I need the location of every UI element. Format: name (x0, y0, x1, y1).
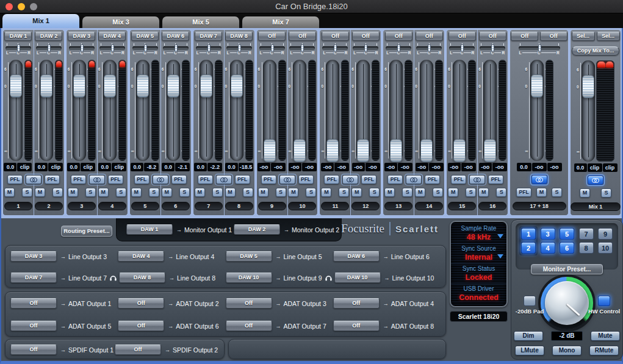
dropdown-arrow-icon[interactable] (497, 234, 503, 238)
channel-fader[interactable] (293, 139, 306, 162)
source-select-button[interactable]: DAW 5 (131, 32, 159, 41)
channel-fader[interactable] (453, 139, 466, 162)
source-select-button[interactable]: Off (352, 32, 380, 41)
routing-source-button[interactable]: DAW 7 (10, 273, 57, 283)
output-select-button-2[interactable]: 2 (521, 242, 536, 254)
solo-button[interactable]: S (179, 188, 190, 197)
dim-button[interactable]: Dim (514, 331, 543, 341)
channel-fader[interactable] (10, 74, 22, 98)
routing-source-button[interactable]: Off (118, 321, 164, 331)
pan-handle[interactable] (538, 45, 541, 52)
hw-control-button[interactable] (598, 296, 610, 306)
source-select-button[interactable]: DAW 8 (225, 32, 253, 41)
monitor-preset-button[interactable]: Monitor Preset... (531, 264, 603, 274)
left-mute-button[interactable]: LMute (515, 346, 544, 355)
pan-handle[interactable] (364, 45, 367, 52)
pfl-button[interactable]: PFL (171, 175, 187, 184)
mute-button[interactable]: M (448, 188, 458, 197)
mute-button[interactable]: M (98, 188, 109, 197)
mute-button[interactable]: M (415, 188, 425, 197)
pan-handle[interactable] (301, 45, 304, 52)
source-select-button[interactable]: Off (416, 32, 443, 41)
tab-mix-7[interactable]: Mix 7 (242, 16, 319, 28)
output-select-button-5[interactable]: 5 (560, 228, 574, 240)
pfl-button[interactable]: PFL (298, 175, 314, 184)
solo-button[interactable]: S (466, 188, 476, 197)
pad-20db-button[interactable] (524, 296, 536, 306)
channel-fader[interactable] (73, 74, 85, 98)
pan-handle[interactable] (207, 45, 211, 52)
source-select-button[interactable]: Off (385, 32, 412, 41)
mute-button[interactable]: M (4, 188, 15, 197)
pan-slider[interactable]: LCR (162, 43, 190, 58)
pfl-button[interactable]: PFL (198, 175, 213, 184)
pan-slider[interactable]: LCR (384, 43, 412, 58)
channel-fader[interactable] (264, 139, 276, 162)
solo-button[interactable]: S (402, 188, 412, 197)
source-select-button[interactable]: DAW 1 (4, 32, 32, 41)
mute-button[interactable]: M (35, 188, 45, 197)
pfl-button[interactable]: PFL (425, 175, 440, 184)
channel-fader[interactable] (531, 74, 543, 98)
solo-button[interactable]: S (369, 188, 380, 197)
routing-source-button[interactable]: Off (10, 298, 57, 309)
tab-mix-3[interactable]: Mix 3 (82, 16, 159, 28)
stereo-link-button[interactable] (26, 175, 41, 184)
routing-source-button[interactable]: Off (333, 321, 380, 331)
pfl-button[interactable]: PFL (71, 175, 86, 184)
routing-source-button[interactable]: Off (10, 344, 57, 355)
channel-fader[interactable] (582, 75, 594, 98)
solo-button[interactable]: S (52, 188, 63, 197)
pan-slider[interactable]: LCR (131, 43, 159, 58)
pan-slider[interactable]: LCR (288, 43, 316, 58)
channel-fader[interactable] (484, 139, 496, 162)
channel-fader[interactable] (200, 74, 212, 98)
source-select-button[interactable]: DAW 7 (195, 32, 222, 41)
solo-button[interactable]: S (22, 188, 32, 197)
pfl-button[interactable]: PFL (488, 175, 503, 184)
mute-button[interactable]: M (384, 188, 395, 197)
pan-handle[interactable] (334, 45, 337, 52)
channel-fader[interactable] (40, 74, 52, 98)
routing-source-button[interactable]: DAW 3 (10, 251, 57, 262)
source-select-button[interactable]: Off (258, 32, 286, 41)
output-select-button-8[interactable]: 8 (579, 242, 594, 254)
pan-handle[interactable] (81, 45, 84, 52)
dropdown-arrow-icon[interactable] (497, 254, 503, 259)
monitor-level-knob[interactable] (541, 277, 593, 329)
pfl-button[interactable]: PFL (324, 175, 339, 184)
output-select-button-4[interactable]: 4 (541, 242, 555, 254)
pan-handle[interactable] (48, 45, 51, 52)
stereo-link-button[interactable] (216, 175, 232, 184)
output-select-button-10[interactable]: 10 (598, 242, 613, 254)
output-select-button-6[interactable]: 6 (560, 242, 574, 254)
pan-slider[interactable]: LCR (517, 43, 561, 58)
routing-source-button[interactable]: Off (115, 344, 161, 355)
copy-mix-to-button[interactable]: Copy Mix To... (572, 46, 619, 55)
output-select-button-7[interactable]: 7 (579, 228, 594, 240)
mute-button[interactable]: M (258, 188, 268, 197)
channel-fader[interactable] (167, 74, 179, 98)
solo-button[interactable]: S (552, 188, 562, 197)
pan-slider[interactable]: LCR (448, 43, 476, 58)
pfl-button[interactable]: PFL (235, 175, 250, 184)
output-select-button[interactable]: Sel... (572, 32, 595, 41)
routing-source-button[interactable]: Off (333, 298, 380, 309)
solo-button[interactable]: S (243, 188, 253, 197)
pan-slider[interactable]: LCR (321, 43, 349, 58)
routing-source-button[interactable]: DAW 4 (118, 251, 164, 262)
solo-button[interactable]: S (212, 188, 223, 197)
source-select-button[interactable]: Off (448, 32, 476, 41)
pan-slider[interactable]: LCR (195, 43, 223, 58)
pfl-button[interactable]: PFL (134, 175, 149, 184)
mute-button[interactable]: Mute (591, 331, 620, 341)
routing-source-button[interactable]: DAW 6 (333, 251, 380, 262)
pfl-button[interactable]: PFL (387, 175, 403, 184)
channel-fader[interactable] (390, 139, 402, 162)
pan-slider[interactable]: LCR (351, 43, 380, 58)
pan-slider[interactable]: LCR (478, 43, 506, 58)
stereo-link-button[interactable] (342, 175, 358, 184)
routing-source-button[interactable]: DAW 10 (334, 273, 381, 283)
solo-button[interactable]: S (496, 188, 506, 197)
pan-slider[interactable]: LCR (35, 43, 63, 58)
